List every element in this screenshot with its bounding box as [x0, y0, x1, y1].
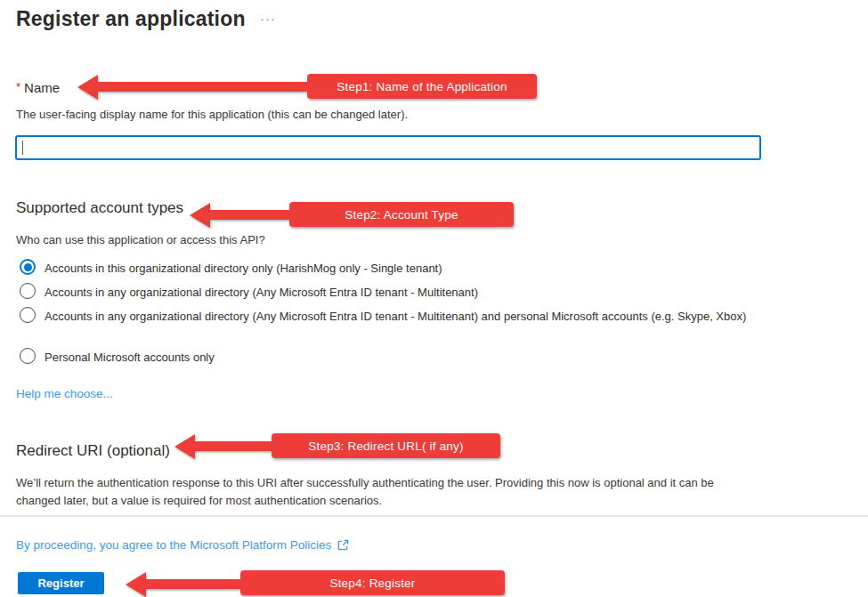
help-me-choose-link[interactable]: Help me choose... — [16, 387, 113, 400]
radio-label: Accounts in any organizational directory… — [45, 283, 478, 302]
account-type-option-multitenant-personal[interactable]: Accounts in any organizational directory… — [20, 307, 746, 326]
radio-selected-icon[interactable] — [20, 259, 36, 275]
step2-arrow-shaft — [207, 210, 291, 220]
step1-arrow-shaft — [94, 82, 309, 92]
footer-divider — [0, 515, 868, 517]
page-title: Register an application — [16, 7, 246, 31]
text-caret — [22, 141, 23, 155]
account-type-option-single-tenant[interactable]: Accounts in this organizational director… — [20, 259, 442, 278]
radio-label: Accounts in any organizational directory… — [45, 307, 746, 326]
account-type-option-multitenant[interactable]: Accounts in any organizational directory… — [20, 283, 478, 302]
step1-banner: Step1: Name of the Application — [307, 74, 537, 99]
platform-policies-link[interactable]: By proceeding, you agree to the Microsof… — [16, 538, 331, 552]
redirect-description: We’ll return the authentication response… — [16, 474, 753, 510]
register-application-page: Register an application ··· *Name The us… — [0, 0, 868, 597]
step4-arrow-shaft — [142, 579, 242, 589]
name-description: The user-facing display name for this ap… — [16, 108, 408, 121]
required-asterisk: * — [16, 80, 20, 93]
account-question: Who can use this application or access t… — [16, 233, 265, 246]
register-button[interactable]: Register — [18, 572, 104, 594]
radio-label: Accounts in this organizational director… — [45, 259, 442, 278]
name-label: *Name — [16, 80, 60, 95]
radio-icon[interactable] — [20, 307, 36, 323]
radio-icon[interactable] — [20, 348, 36, 364]
step4-banner: Step4: Register — [240, 570, 505, 595]
external-link-icon[interactable] — [337, 538, 350, 552]
name-label-text: Name — [24, 80, 60, 95]
radio-icon[interactable] — [20, 283, 36, 299]
step3-arrow-shaft — [191, 441, 273, 451]
radio-label: Personal Microsoft accounts only — [45, 348, 215, 367]
account-type-option-personal-only[interactable]: Personal Microsoft accounts only — [20, 348, 215, 367]
redirect-uri-heading: Redirect URI (optional) — [16, 442, 170, 460]
supported-account-types-heading: Supported account types — [16, 199, 183, 217]
step3-banner: Step3: Redirect URL( if any) — [272, 433, 500, 458]
policy-row: By proceeding, you agree to the Microsof… — [16, 538, 350, 552]
more-options-icon[interactable]: ··· — [260, 11, 276, 26]
name-input[interactable] — [15, 135, 761, 160]
step2-banner: Step2: Account Type — [289, 202, 514, 227]
